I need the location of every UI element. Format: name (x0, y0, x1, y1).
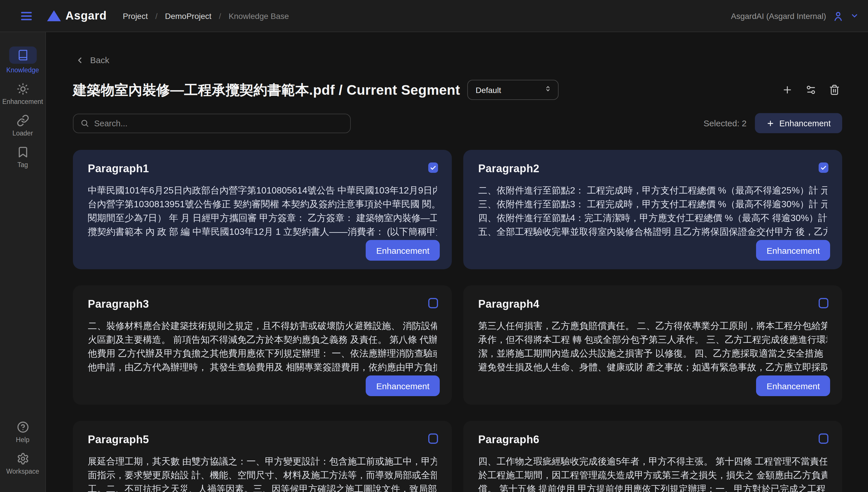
card-title: Paragraph3 (88, 298, 437, 311)
sidebar-item-label: Help (16, 436, 29, 443)
card-text-line: 他費用 乙方代辦及甲方負擔之其他費用應依下列規定辦理： 一、依法應辦理消防查驗或… (88, 347, 437, 361)
sidebar-item-label: Tag (17, 161, 28, 168)
title-actions (779, 82, 842, 98)
page-title: 建築物室內裝修—工程承攬契約書範本.pdf / Current Segment (73, 81, 460, 99)
logo-text: Asgard (66, 9, 107, 22)
card-text: 第三人任何損害，乙方應負賠償責任。 二、乙方得依專業分工原則，將本工程分包給第三… (478, 319, 827, 374)
sidebar-item-label: Knowledge (6, 67, 39, 73)
enhancement-button[interactable]: Enhancement (366, 240, 440, 261)
card-text-line: 償。 第十五條 提前使用 甲方提前使用應依下列規定辦理：一、甲方對於已完成之工程… (478, 482, 827, 492)
sidebar: Knowledge Enhancement Loader Tag (0, 32, 46, 492)
card-text-line: 他申請，由乙方代為辦理時， 其發生查驗費用及 相關專業簽證費用，依約應由甲方負擔… (88, 361, 437, 374)
card-title: Paragraph5 (88, 434, 437, 446)
check-icon (820, 165, 827, 171)
sidebar-item-label: Enhancement (2, 98, 43, 105)
card-text-line: 第三人任何損害，乙方應負賠償責任。 二、乙方得依專業分工原則，將本工程分包給第三… (478, 319, 827, 333)
card-title: Paragraph2 (478, 163, 827, 175)
card-text: 四、工作物之瑕疵經驗收完成後逾5年者，甲方不得主張。 第十四條 工程管理不當責任… (478, 455, 827, 492)
sidebar-item-tag[interactable]: Tag (16, 146, 29, 168)
enhancement-button[interactable]: Enhancement (757, 240, 830, 261)
chevron-up-down-icon (545, 85, 552, 95)
card-text-line: 四、工作物之瑕疵經驗收完成後逾5年者，甲方不得主張。 第十四條 工程管理不當責任… (478, 455, 827, 468)
card-text-line: 展延合理工期，其天數 由雙方協議之：一、甲方變更設計：包含施工前或施工中，甲方書 (88, 455, 437, 468)
segment-select[interactable]: Default (468, 80, 559, 100)
card-text-line: 三、依附件進行至節點3： 工程完成時，甲方支付工程總價 %（最高不得逾30%）計… (478, 197, 827, 211)
card-checkbox[interactable] (428, 163, 438, 173)
card-text-line: 承作，但不得將本工程 轉 包或全部分包予第三人承作。 三、乙方工程完成後應進行環… (478, 333, 827, 347)
paragraph-card: Paragraph4 第三人任何損害，乙方應負賠償責任。 二、乙方得依專業分工原… (463, 285, 842, 405)
sidebar-item-enhancement[interactable]: Enhancement (2, 83, 43, 105)
chevron-left-icon (75, 55, 84, 65)
card-text: 二、裝修材料應合於建築技術規則之規定，且不得妨害或破壞防火避難設施、 消防設備、… (88, 319, 437, 374)
app-window: Asgard Project / DemoProject / Knowledge… (0, 0, 868, 492)
paragraph-card-grid: Paragraph1 中華民國101年6月25日內政部台內營字第10108056… (73, 150, 842, 492)
sidebar-item-loader[interactable]: Loader (13, 114, 33, 137)
bookmark-icon (16, 146, 29, 158)
breadcrumb-knowledge-base: Knowledge Base (228, 11, 289, 20)
search-box[interactable] (73, 114, 351, 133)
card-title: Paragraph1 (88, 163, 437, 175)
card-text-line: 二、裝修材料應合於建築技術規則之規定，且不得妨害或破壞防火避難設施、 消防設備、… (88, 319, 437, 333)
help-circle-icon (16, 421, 29, 434)
link-icon (16, 114, 29, 127)
trash-icon[interactable] (826, 82, 842, 98)
enhancement-button[interactable]: Enhancement (757, 375, 830, 396)
breadcrumb-separator: / (155, 11, 157, 20)
card-text-line: 工。二、不可抗拒之天災、人禍等因素。三、因等候甲方確認之施工圖說文件，致局部或.… (88, 482, 437, 492)
add-enhancement-button[interactable]: Enhancement (754, 113, 842, 133)
card-checkbox[interactable] (819, 434, 828, 444)
card-checkbox[interactable] (819, 163, 828, 173)
search-input[interactable] (94, 119, 343, 128)
card-title: Paragraph4 (478, 298, 827, 311)
card-checkbox[interactable] (428, 298, 438, 308)
paragraph-card: Paragraph5 展延合理工期，其天數 由雙方協議之：一、甲方變更設計：包含… (73, 421, 452, 492)
breadcrumb-demoproject[interactable]: DemoProject (165, 11, 212, 20)
account-label: AsgardAI (Asgard Internal) (731, 11, 826, 20)
card-text-line: 面指示，要求變更原始設 計、機能、空間尺寸、材料及施工方法等，而導致局部或全部停 (88, 468, 437, 482)
sidebar-item-knowledge[interactable]: Knowledge (6, 47, 39, 73)
selection-actions: Selected: 2 Enhancement (703, 113, 842, 133)
breadcrumb-project[interactable]: Project (123, 11, 148, 20)
card-text-line: 於工程施工期間，因工程管理疏失造成甲方或第三者之損失，損失之 金額應由乙方負責賠 (478, 468, 827, 482)
settings-sliders-icon[interactable] (802, 82, 819, 98)
search-icon (80, 119, 89, 127)
card-checkbox[interactable] (428, 434, 438, 444)
sun-icon (16, 83, 29, 95)
paragraph-card: Paragraph2 二、依附件進行至節點2： 工程完成時，甲方支付工程總價 %… (463, 150, 842, 269)
search-row: Selected: 2 Enhancement (73, 113, 842, 133)
card-text-line: 火區劃及主要構造。 前項告知不得減免乙方於本契約應負之義務 及責任。 第八條 代… (88, 333, 437, 347)
account-menu[interactable]: AsgardAI (Asgard Internal) (731, 10, 859, 22)
segment-select-value: Default (476, 85, 501, 94)
add-enhancement-label: Enhancement (779, 119, 831, 128)
card-text-line: 五、全部工程驗收完畢並取得室內裝修合格證明 且乙方將保固保證金交付甲方 後，乙方… (478, 225, 827, 239)
main-content: Back 建築物室內裝修—工程承攬契約書範本.pdf / Current Seg… (46, 32, 868, 492)
back-button[interactable]: Back (73, 55, 109, 65)
card-text: 二、依附件進行至節點2： 工程完成時，甲方支付工程總價 %（最高不得逾25%）計… (478, 184, 827, 239)
person-icon (833, 10, 844, 22)
check-icon (430, 165, 436, 171)
hamburger-menu-icon[interactable] (20, 9, 33, 23)
card-title: Paragraph6 (478, 434, 827, 446)
card-text-line: 台內營字第1030813951號公告修正 契約審閱權 本契約及簽約注意事項於中華… (88, 197, 437, 211)
plus-icon (766, 119, 774, 127)
sidebar-item-label: Workspace (6, 468, 39, 475)
card-text-line: 四、依附件進行至節點4：完工清潔時，甲方應支付工程總價 %（最高不 得逾30%）… (478, 211, 827, 225)
card-text-line: 潔，並將施工期間內造成公共設施之損害予 以修復。 四、乙方應採取適當之安全措施，… (478, 347, 827, 361)
selected-count-label: Selected: 2 (703, 118, 747, 128)
enhancement-button[interactable]: Enhancement (366, 375, 440, 396)
card-text-line: 中華民國101年6月25日內政部台內營字第1010805614號公告 中華民國1… (88, 184, 437, 197)
card-checkbox[interactable] (819, 298, 828, 308)
card-text-line: 攬契約書範本 內 政 部 編 中華民國103年12月 1 立契約書人——消費者：… (88, 225, 437, 239)
paragraph-card: Paragraph6 四、工作物之瑕疵經驗收完成後逾5年者，甲方不得主張。 第十… (463, 421, 842, 492)
breadcrumb-separator: / (219, 11, 221, 20)
book-icon (9, 47, 36, 64)
sidebar-item-help[interactable]: Help (16, 421, 29, 443)
sidebar-item-workspace[interactable]: Workspace (6, 452, 39, 475)
app-logo[interactable]: Asgard (47, 9, 107, 22)
card-text: 展延合理工期，其天數 由雙方協議之：一、甲方變更設計：包含施工前或施工中，甲方書… (88, 455, 437, 492)
sidebar-item-label: Loader (13, 130, 33, 137)
title-row: 建築物室內裝修—工程承攬契約書範本.pdf / Current Segment … (73, 80, 842, 100)
add-button[interactable] (779, 82, 795, 98)
logo-triangle-icon (47, 10, 61, 21)
back-label: Back (90, 55, 109, 65)
